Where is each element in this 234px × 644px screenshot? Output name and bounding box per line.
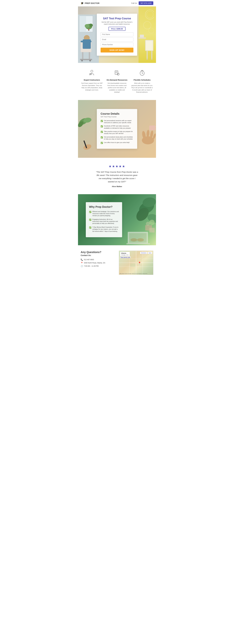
map-footer: Map data ©2018 Google Terms of Use Repor… xyxy=(120,273,147,274)
svg-rect-84 xyxy=(130,263,135,266)
testimonial-author: Alice Walker xyxy=(82,186,152,188)
why-item-text: Efficient and strategic: Our sessions an… xyxy=(92,210,119,217)
features-section: 3 Expert Instructors You'll have su xyxy=(78,63,156,100)
feature-title-schedules: Flexible Schedules xyxy=(131,79,153,81)
why-item-text: 7-Day Money-Back Guarantee: If you're un… xyxy=(92,226,119,232)
why-item: ✅Efficient and strategic: Our sessions a… xyxy=(89,210,119,217)
check-icon: ✅ xyxy=(101,136,103,139)
svg-rect-24 xyxy=(151,51,152,59)
why-item: ✅Engaging Instructors: All of our instru… xyxy=(89,218,119,224)
svg-rect-22 xyxy=(146,41,153,50)
map-actions: Directions Save xyxy=(140,252,152,254)
testimonial: ★★★★★ "The SAT Prep Course from Prep Doc… xyxy=(78,158,156,194)
svg-point-29 xyxy=(91,70,93,72)
hero-yellow-bg xyxy=(138,6,156,63)
svg-rect-58 xyxy=(149,126,155,130)
logo: 🎓 PREP DOCTOR xyxy=(81,2,99,5)
check-icon: ✅ xyxy=(101,142,103,144)
check-icon: ✅ xyxy=(101,125,103,128)
directions-button[interactable]: Directions xyxy=(140,252,147,254)
course-section: 4 xyxy=(78,100,156,158)
course-item-text: Live office hours to give you extra help… xyxy=(104,142,130,144)
feature-title-resources: On-Demand Resources xyxy=(106,79,128,81)
course-item-text: Get personalized study plans and checkli… xyxy=(104,136,133,140)
view-larger-map-link[interactable]: View larger map xyxy=(120,256,131,258)
email-input[interactable] xyxy=(101,37,133,42)
course-item: ✅Get personalized sessions with our expe… xyxy=(101,120,133,124)
course-card-title: Course Details xyxy=(101,112,133,115)
hero-card: SAT Test Prep Course Get the SAT score y… xyxy=(97,14,137,56)
phone-icon: 📞 xyxy=(81,258,83,261)
svg-rect-28 xyxy=(140,35,144,37)
svg-rect-6 xyxy=(88,29,89,31)
logo-icon: 🎓 xyxy=(81,2,84,5)
course-item: ✅Take practice exams to help you prepare… xyxy=(101,130,133,135)
course-item-text: Get personalized sessions with our exper… xyxy=(104,120,133,124)
first-name-input[interactable] xyxy=(101,32,133,36)
svg-rect-15 xyxy=(81,41,83,42)
map-container: Atlanta Georgia, USA Directions Save Vie… xyxy=(119,251,153,275)
map-city-label: Atlanta Georgia, USA xyxy=(120,252,130,256)
svg-rect-27 xyxy=(138,37,146,39)
features: Expert Instructors You'll have support f… xyxy=(78,63,156,100)
check-icon: ✅ xyxy=(89,218,91,221)
features-grid: Expert Instructors You'll have support f… xyxy=(81,70,153,93)
phone-button[interactable]: 567-676-1229 xyxy=(139,1,153,5)
svg-line-45 xyxy=(141,71,141,71)
contact-phone-item: 📞 512-467-8903 xyxy=(81,258,115,261)
svg-point-50 xyxy=(83,143,92,150)
testimonial-quote: "The SAT Prep Course from Prep Doctor wa… xyxy=(96,170,138,183)
map-background: Atlanta Georgia, USA Directions Save Vie… xyxy=(119,251,153,275)
svg-rect-8 xyxy=(82,52,83,59)
svg-point-25 xyxy=(146,58,148,60)
why-card: Why Prep Doctor? ✅Efficient and strategi… xyxy=(86,202,122,237)
hero-section: 2 xyxy=(78,6,156,63)
svg-point-68 xyxy=(137,238,144,242)
svg-rect-9 xyxy=(89,52,90,59)
location-icon: 📍 xyxy=(81,262,83,264)
signup-button[interactable]: SIGN UP NOW! xyxy=(101,48,133,52)
svg-point-5 xyxy=(85,24,90,28)
phone-input[interactable] xyxy=(101,42,133,46)
course-item-text: Hundreds of PDF and video resources avai… xyxy=(104,125,133,129)
check-icon: ✅ xyxy=(101,120,103,122)
contact: Any Questions? Contact Us: 📞 512-467-890… xyxy=(78,245,156,280)
map-city: Atlanta xyxy=(121,252,126,254)
feature-item-instructors: Expert Instructors You'll have support f… xyxy=(81,70,103,93)
check-icon: ✅ xyxy=(89,226,91,229)
header-section: 1 🎓 PREP DOCTOR Call Us: 567-676-1229 xyxy=(78,0,156,6)
feature-text-instructors: You'll have support from our SAT Service… xyxy=(81,82,103,91)
course-item: ✅Hundreds of PDF and video resources ava… xyxy=(101,125,133,129)
svg-rect-23 xyxy=(147,51,148,59)
logo-text: PREP DOCTOR xyxy=(85,2,99,4)
svg-point-71 xyxy=(149,220,155,225)
course-item: ✅Get personalized study plans and checkl… xyxy=(101,136,133,140)
clock-icon: 🕐 xyxy=(81,265,83,267)
svg-point-11 xyxy=(81,60,83,62)
course-item: ✅Live office hours to give you extra hel… xyxy=(101,142,133,144)
svg-point-26 xyxy=(151,58,152,60)
why-title: Why Prep Doctor? xyxy=(89,205,119,208)
hero-form: SIGN UP NOW! xyxy=(101,32,133,52)
why-item: ✅7-Day Money-Back Guarantee: If you're u… xyxy=(89,226,119,232)
price-button[interactable]: Price: $399.00 xyxy=(109,27,126,31)
course-card: Course Details SAT Test Prep Course ✅Get… xyxy=(97,109,137,149)
svg-line-46 xyxy=(143,71,143,71)
why-section: 6 xyxy=(78,194,156,245)
svg-rect-65 xyxy=(129,233,147,242)
svg-rect-66 xyxy=(126,243,150,244)
svg-point-55 xyxy=(146,130,150,138)
why: Why Prep Doctor? ✅Efficient and strategi… xyxy=(78,194,156,245)
svg-rect-2 xyxy=(79,16,86,32)
why-items: ✅Efficient and strategic: Our sessions a… xyxy=(89,210,119,232)
check-icon: ✅ xyxy=(89,211,91,214)
call-label: Call Us: xyxy=(131,2,137,4)
schedules-icon xyxy=(131,70,153,78)
contact-hours: 7:00 AM – 11:30 PM xyxy=(84,265,99,267)
why-item-text: Engaging Instructors: All of our instruc… xyxy=(92,218,119,224)
svg-line-43 xyxy=(142,73,143,74)
hero-title: SAT Test Prep Course xyxy=(101,17,133,20)
course-item-text: Take practice exams to help you prepare … xyxy=(104,130,133,135)
save-map-button[interactable]: Save xyxy=(148,252,152,254)
course-details: Course Details SAT Test Prep Course ✅Get… xyxy=(78,100,156,158)
